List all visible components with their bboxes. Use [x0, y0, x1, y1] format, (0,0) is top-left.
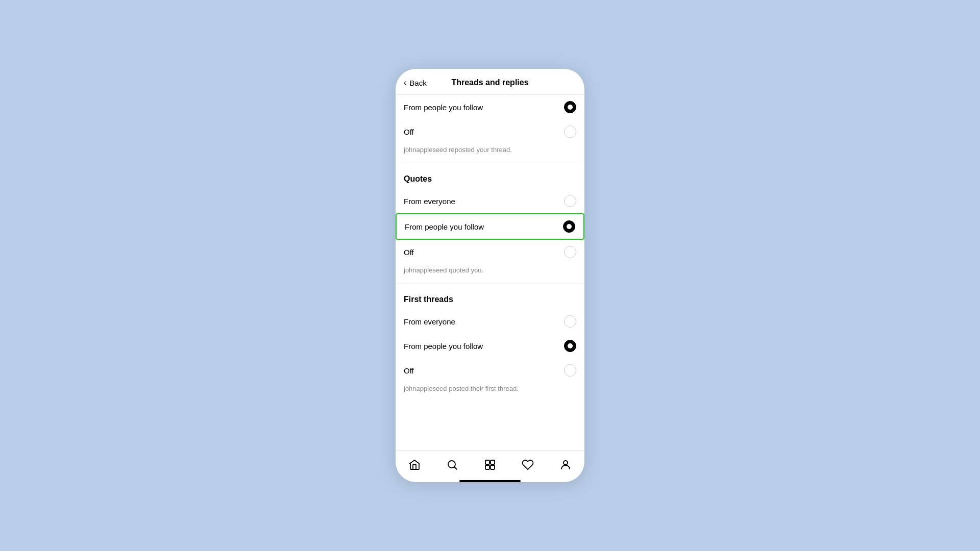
reposts-off-option[interactable]: Off [396, 119, 584, 144]
first-threads-hint: johnappleseed posted their first thread. [396, 383, 584, 399]
first-follow-radio[interactable] [564, 340, 576, 352]
quotes-follow-radio-inner [567, 224, 572, 229]
quotes-everyone-option[interactable]: From everyone [396, 189, 584, 213]
svg-rect-4 [485, 465, 489, 469]
profile-icon [559, 459, 572, 471]
quotes-everyone-label: From everyone [404, 197, 455, 206]
home-icon [408, 459, 421, 471]
heart-icon [522, 459, 534, 471]
quotes-off-option[interactable]: Off [396, 240, 584, 264]
reposts-follow-radio-inner [568, 105, 573, 110]
back-button[interactable]: ‹ Back [404, 78, 427, 87]
home-nav-button[interactable] [405, 456, 424, 474]
page-title: Threads and replies [451, 78, 528, 87]
home-indicator [459, 480, 521, 482]
svg-point-6 [564, 461, 568, 465]
back-chevron-icon: ‹ [404, 78, 406, 87]
first-follow-label: From people you follow [404, 342, 483, 350]
first-everyone-option[interactable]: From everyone [396, 309, 584, 334]
likes-nav-button[interactable] [519, 456, 537, 474]
reposts-off-label: Off [404, 128, 414, 136]
compose-nav-button[interactable] [481, 456, 499, 474]
first-everyone-radio[interactable] [564, 315, 576, 328]
search-icon [446, 459, 458, 471]
quotes-everyone-radio[interactable] [564, 195, 576, 207]
reposts-follow-radio[interactable] [564, 101, 576, 113]
svg-rect-2 [485, 460, 489, 464]
bottom-navigation [396, 450, 584, 478]
search-nav-button[interactable] [443, 456, 461, 474]
profile-nav-button[interactable] [556, 456, 575, 474]
reposts-hint: johnappleseed reposted your thread. [396, 144, 584, 161]
first-follow-option[interactable]: From people you follow [396, 334, 584, 358]
divider-2 [396, 283, 584, 284]
quotes-section: Quotes From everyone From people you fol… [396, 165, 584, 281]
svg-rect-3 [491, 460, 495, 464]
reposts-follow-label: From people you follow [404, 103, 483, 112]
divider-1 [396, 163, 584, 163]
first-everyone-label: From everyone [404, 317, 455, 326]
first-off-label: Off [404, 366, 414, 375]
compose-icon [484, 459, 496, 471]
reposts-section: From people you follow Off johnappleseed… [396, 95, 584, 161]
quotes-off-radio[interactable] [564, 246, 576, 258]
reposts-off-radio[interactable] [564, 126, 576, 138]
first-off-radio[interactable] [564, 364, 576, 377]
first-off-option[interactable]: Off [396, 358, 584, 383]
svg-rect-5 [491, 465, 495, 469]
quotes-follow-radio[interactable] [563, 220, 575, 233]
svg-line-1 [455, 467, 457, 470]
reposts-follow-option[interactable]: From people you follow [396, 95, 584, 119]
first-threads-section-title: First threads [396, 286, 584, 309]
first-follow-radio-inner [568, 343, 573, 348]
quotes-follow-option[interactable]: From people you follow [396, 213, 584, 240]
quotes-section-title: Quotes [396, 165, 584, 189]
phone-container: ‹ Back Threads and replies From people y… [396, 69, 584, 482]
header: ‹ Back Threads and replies [396, 69, 584, 95]
quotes-follow-label: From people you follow [405, 222, 484, 231]
quotes-hint: johnappleseed quoted you. [396, 264, 584, 281]
settings-content: From people you follow Off johnappleseed… [396, 95, 584, 450]
first-threads-section: First threads From everyone From people … [396, 286, 584, 399]
back-label: Back [409, 79, 426, 87]
quotes-off-label: Off [404, 248, 414, 257]
